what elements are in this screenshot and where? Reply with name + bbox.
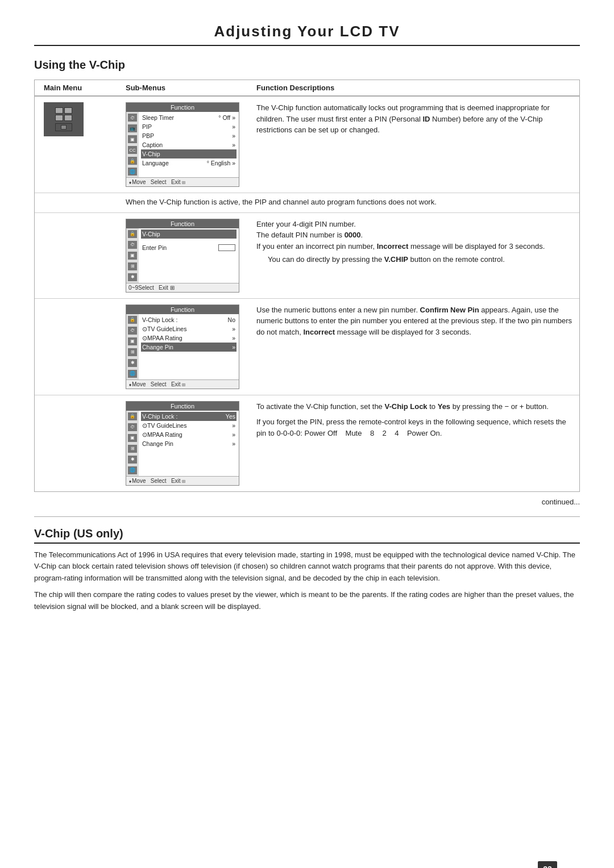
table-header: Main Menu Sub-Menus Function Description… bbox=[35, 80, 579, 97]
func-desc-4a: To activate the V-Chip function, set the… bbox=[256, 401, 574, 412]
menu-icons-col-2: 🔒 ⏱ ▣ ⊞ ✱ bbox=[126, 228, 139, 283]
menu-footer-4: ⬧Move Select Exit ⊞ bbox=[126, 476, 239, 485]
tv-icon-1 bbox=[44, 102, 84, 136]
menu-item-highlighted: V-Chip Lock :Yes bbox=[141, 412, 237, 421]
menu-item: ⊙TV GuideLines» bbox=[141, 421, 237, 430]
menu-icon: ▣ bbox=[128, 434, 137, 442]
menu-icon: 🌐 bbox=[128, 466, 137, 474]
header-col1: Main Menu bbox=[35, 84, 126, 92]
menu-title-bar-4: Function bbox=[126, 402, 239, 411]
menu-icon: ⏱ bbox=[128, 423, 137, 431]
func-desc-4b: If you forget the PIN, press the remote-… bbox=[256, 416, 574, 439]
menu-item-highlighted: Change Pin» bbox=[141, 343, 237, 352]
menu-item: Enter Pin bbox=[141, 243, 237, 252]
menu-item: ⊙MPAA Rating» bbox=[141, 333, 237, 343]
menu-icon: 🌐 bbox=[128, 168, 137, 176]
menu-items-col-3: V-Chip Lock :No ⊙TV GuideLines» ⊙MPAA Ra… bbox=[139, 314, 239, 379]
menu-box-1: Function ⏱ 📺 ▣ CC 🔒 🌐 Sleep Timer° Off » bbox=[126, 102, 239, 187]
menu-icon: ▣ bbox=[128, 252, 137, 260]
menu-sidebar-1: ⏱ 📺 ▣ CC 🔒 🌐 Sleep Timer° Off » PIP» PBP… bbox=[126, 112, 239, 177]
vchip-section: V-Chip (US only) The Telecommunications … bbox=[34, 527, 580, 613]
menu-icon: ⏱ bbox=[128, 241, 137, 249]
menu-box-3: Function 🔒 ⏱ ▣ ⊞ ✱ 🌐 V-Chip Lock :No bbox=[126, 304, 239, 389]
menu-icon: ⊞ bbox=[128, 348, 137, 356]
menu-icon: ⏱ bbox=[128, 327, 137, 335]
continued-label: continued... bbox=[34, 498, 580, 506]
func-sub-note-2: You can do directly by pressing the V.CH… bbox=[268, 254, 574, 265]
menu-icons-col-4: 🔒 ⏱ ▣ ⊞ ✱ 🌐 bbox=[126, 411, 139, 476]
page-title: Adjusting Your LCD TV bbox=[34, 23, 580, 46]
menu-icon: ✱ bbox=[128, 359, 137, 367]
menu-icon: CC bbox=[128, 146, 137, 154]
cell-sub-1: Function ⏱ 📺 ▣ CC 🔒 🌐 Sleep Timer° Off » bbox=[126, 102, 256, 187]
menu-icon: 🔒 bbox=[128, 412, 137, 420]
menu-icon: ⏱ bbox=[128, 114, 137, 122]
pin-input-box bbox=[218, 244, 235, 251]
menu-item: Sleep Timer° Off » bbox=[141, 113, 237, 122]
cell-func-1: The V-Chip function automatically locks … bbox=[256, 102, 579, 136]
header-col2: Sub-Menus bbox=[126, 84, 256, 92]
menu-item: Language° English » bbox=[141, 158, 237, 168]
menu-items-col-2: V-Chip Enter Pin bbox=[139, 228, 239, 283]
section-divider bbox=[34, 516, 580, 517]
menu-footer-2: 0~9Select Exit ⊞ bbox=[126, 283, 239, 292]
vchip-paragraph-2: The chip will then compare the rating co… bbox=[34, 589, 580, 613]
menu-box-2: Function 🔒 ⏱ ▣ ⊞ ✱ V-Chip bbox=[126, 219, 239, 293]
menu-item: V-Chip Lock :No bbox=[141, 315, 237, 324]
menu-title-bar-3: Function bbox=[126, 305, 239, 314]
menu-title-bar-1: Function bbox=[126, 103, 239, 112]
menu-item: Change Pin» bbox=[141, 439, 237, 448]
func-desc-2a: Enter your 4-digit PIN number. bbox=[256, 219, 574, 230]
menu-items-col-1: Sleep Timer° Off » PIP» PBP» Caption» V-… bbox=[139, 112, 239, 177]
page-number: 23 bbox=[538, 861, 557, 868]
main-table: Main Menu Sub-Menus Function Description… bbox=[34, 80, 580, 492]
cell-func-3: Use the numeric buttons enter a new pin … bbox=[256, 304, 579, 338]
menu-item: Caption» bbox=[141, 140, 237, 149]
menu-sidebar-3: 🔒 ⏱ ▣ ⊞ ✱ 🌐 V-Chip Lock :No ⊙TV GuideLin… bbox=[126, 314, 239, 379]
menu-icon: ⊞ bbox=[128, 262, 137, 270]
table-row: Function 🔒 ⏱ ▣ ⊞ ✱ 🌐 V-Chip Lock :No bbox=[35, 299, 579, 395]
menu-icon: ⊞ bbox=[128, 445, 137, 453]
func-desc-2b: The default PIN number is 0000. bbox=[256, 229, 574, 241]
menu-sidebar-2: 🔒 ⏱ ▣ ⊞ ✱ V-Chip Enter Pin bbox=[126, 228, 239, 283]
table-row: Function 🔒 ⏱ ▣ ⊞ ✱ 🌐 V-Chip Lock :Yes bbox=[35, 395, 579, 491]
cell-sub-3: Function 🔒 ⏱ ▣ ⊞ ✱ 🌐 V-Chip Lock :No bbox=[126, 304, 256, 389]
table-row: Function ⏱ 📺 ▣ CC 🔒 🌐 Sleep Timer° Off » bbox=[35, 97, 579, 193]
menu-icon: 🔒 bbox=[128, 157, 137, 165]
cell-sub-4: Function 🔒 ⏱ ▣ ⊞ ✱ 🌐 V-Chip Lock :Yes bbox=[126, 401, 256, 486]
menu-item-highlighted: V-Chip bbox=[141, 229, 237, 239]
menu-icon: 📺 bbox=[128, 124, 137, 132]
menu-item: ⊙MPAA Rating» bbox=[141, 430, 237, 439]
func-desc-2c: If you enter an incorrect pin number, In… bbox=[256, 241, 574, 252]
menu-icon: ▣ bbox=[128, 337, 137, 345]
cell-func-4: To activate the V-Chip function, set the… bbox=[256, 401, 579, 439]
menu-item-highlighted: V-Chip bbox=[141, 149, 237, 158]
menu-item: PIP» bbox=[141, 122, 237, 131]
menu-title-bar-2: Function bbox=[126, 219, 239, 228]
row1-note: When the V-Chip function is active, the … bbox=[126, 193, 579, 212]
cell-sub-2: Function 🔒 ⏱ ▣ ⊞ ✱ V-Chip bbox=[126, 219, 256, 293]
section2-title: V-Chip (US only) bbox=[34, 527, 580, 544]
menu-box-4: Function 🔒 ⏱ ▣ ⊞ ✱ 🌐 V-Chip Lock :Yes bbox=[126, 401, 239, 486]
menu-footer-3: ⬧Move Select Exit ⊞ bbox=[126, 379, 239, 389]
cell-main-1 bbox=[35, 102, 126, 136]
menu-items-col-4: V-Chip Lock :Yes ⊙TV GuideLines» ⊙MPAA R… bbox=[139, 411, 239, 476]
table-row-note: When the V-Chip function is active, the … bbox=[35, 193, 579, 213]
menu-footer-1: ⬧Move Select Exit ⊞ bbox=[126, 177, 239, 186]
menu-icon: 🌐 bbox=[128, 370, 137, 378]
section1-title: Using the V-Chip bbox=[34, 59, 580, 72]
vchip-paragraph-1: The Telecommunications Act of 1996 in US… bbox=[34, 549, 580, 585]
menu-item-spacer bbox=[141, 239, 237, 243]
menu-sidebar-4: 🔒 ⏱ ▣ ⊞ ✱ 🌐 V-Chip Lock :Yes ⊙TV GuideLi… bbox=[126, 411, 239, 476]
menu-item: PBP» bbox=[141, 131, 237, 140]
menu-icons-col-1: ⏱ 📺 ▣ CC 🔒 🌐 bbox=[126, 112, 139, 177]
menu-icons-col-3: 🔒 ⏱ ▣ ⊞ ✱ 🌐 bbox=[126, 314, 139, 379]
menu-icon: ✱ bbox=[128, 273, 137, 281]
cell-func-2: Enter your 4-digit PIN number. The defau… bbox=[256, 219, 579, 265]
func-desc-1: The V-Chip function automatically locks … bbox=[256, 103, 550, 134]
menu-icon: 🔒 bbox=[128, 230, 137, 238]
menu-icon: ✱ bbox=[128, 456, 137, 464]
table-row: Function 🔒 ⏱ ▣ ⊞ ✱ V-Chip bbox=[35, 213, 579, 299]
menu-icon: 🔒 bbox=[128, 316, 137, 324]
menu-icon: ▣ bbox=[128, 135, 137, 143]
